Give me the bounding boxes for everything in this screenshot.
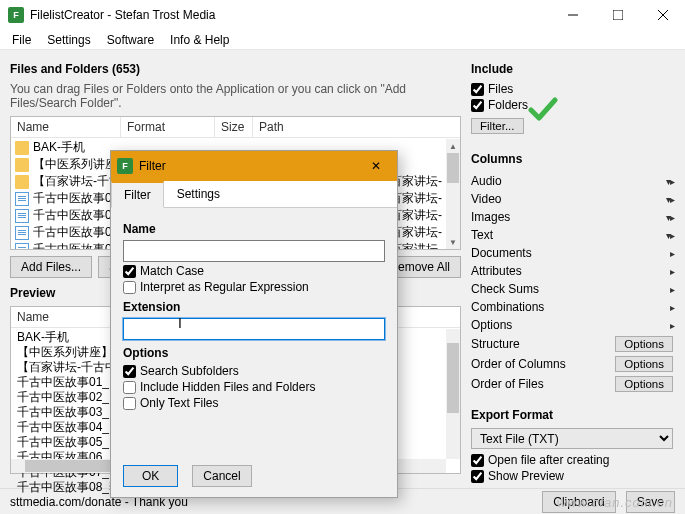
- remove-all-button[interactable]: emove All: [387, 256, 461, 278]
- files-hint: You can drag Files or Folders onto the A…: [10, 82, 461, 110]
- add-files-button[interactable]: Add Files...: [10, 256, 92, 278]
- col-path[interactable]: Path: [253, 117, 460, 137]
- titlebar: F FilelistCreator - Stefan Trost Media: [0, 0, 685, 30]
- preview-scrollbar-v[interactable]: [446, 329, 460, 459]
- doc-icon: [15, 209, 29, 223]
- column-item[interactable]: Documents▸: [471, 244, 673, 262]
- open-after-checkbox[interactable]: [471, 454, 484, 467]
- column-item[interactable]: Combinations▸: [471, 298, 673, 316]
- column-item-label: Audio: [471, 174, 502, 188]
- tab-filter[interactable]: Filter: [111, 181, 164, 208]
- file-path: 百家讲坛-: [390, 173, 446, 190]
- close-button[interactable]: [640, 0, 685, 30]
- expand-icon: ▸: [670, 302, 673, 313]
- name-input[interactable]: [123, 240, 385, 262]
- menu-software[interactable]: Software: [101, 31, 160, 49]
- column-item-label: Check Sums: [471, 282, 539, 296]
- expand-icon: ▸: [670, 284, 673, 295]
- export-heading: Export Format: [471, 408, 673, 422]
- column-item-label: Combinations: [471, 300, 544, 314]
- column-item[interactable]: Audio▾ ▸: [471, 172, 673, 190]
- file-path: 百家讲坛-: [390, 207, 446, 224]
- filter-button[interactable]: Filter...: [471, 118, 524, 134]
- clipboard-button[interactable]: Clipboard: [542, 491, 615, 513]
- include-hidden-checkbox[interactable]: [123, 381, 136, 394]
- order-files-label: Order of Files: [471, 377, 544, 391]
- window-title: FilelistCreator - Stefan Trost Media: [30, 8, 550, 22]
- show-preview-checkbox[interactable]: [471, 470, 484, 483]
- only-text-checkbox[interactable]: [123, 397, 136, 410]
- file-path: 百家讲坛-: [390, 224, 446, 241]
- options-label: Options: [123, 346, 385, 360]
- column-item[interactable]: Text▾ ▸: [471, 226, 673, 244]
- column-item[interactable]: Video▾ ▸: [471, 190, 673, 208]
- only-text-label: Only Text Files: [140, 396, 218, 410]
- include-folders-label: Folders: [488, 98, 528, 112]
- col-size[interactable]: Size: [215, 117, 253, 137]
- tab-settings[interactable]: Settings: [164, 181, 233, 207]
- menu-file[interactable]: File: [6, 31, 37, 49]
- order-columns-options-button[interactable]: Options: [615, 356, 673, 372]
- minimize-button[interactable]: [550, 0, 595, 30]
- menubar: File Settings Software Info & Help: [0, 30, 685, 50]
- show-preview-label: Show Preview: [488, 469, 564, 483]
- folder-icon: [15, 175, 29, 189]
- expand-icon: ▸: [670, 266, 673, 277]
- expand-icon: ▾ ▸: [666, 194, 673, 205]
- regex-checkbox[interactable]: [123, 281, 136, 294]
- col-format[interactable]: Format: [121, 117, 215, 137]
- expand-icon: ▸: [670, 248, 673, 259]
- dialog-close-button[interactable]: ✕: [361, 159, 391, 173]
- search-subfolders-label: Search Subfolders: [140, 364, 239, 378]
- column-item[interactable]: Attributes▸: [471, 262, 673, 280]
- extension-input[interactable]: [123, 318, 385, 340]
- filelist-scrollbar[interactable]: ▲ ▼: [446, 139, 460, 249]
- expand-icon: ▾ ▸: [666, 230, 673, 241]
- include-hidden-label: Include Hidden Files and Folders: [140, 380, 315, 394]
- doc-icon: [15, 192, 29, 206]
- column-item-label: Images: [471, 210, 510, 224]
- include-files-checkbox[interactable]: [471, 83, 484, 96]
- column-item[interactable]: Options▸: [471, 316, 673, 334]
- name-label: Name: [123, 222, 385, 236]
- column-item-label: Video: [471, 192, 501, 206]
- expand-icon: ▾ ▸: [666, 176, 673, 187]
- regex-label: Interpret as Regular Expression: [140, 280, 309, 294]
- maximize-button[interactable]: [595, 0, 640, 30]
- ok-button[interactable]: OK: [123, 465, 178, 487]
- order-columns-label: Order of Columns: [471, 357, 566, 371]
- checkmark-annotation-icon: [528, 96, 558, 125]
- text-cursor-icon: I: [178, 315, 182, 331]
- open-after-label: Open file after creating: [488, 453, 609, 467]
- structure-label: Structure: [471, 337, 520, 351]
- structure-options-button[interactable]: Options: [615, 336, 673, 352]
- export-format-select[interactable]: Text File (TXT): [471, 428, 673, 449]
- folder-icon: [15, 158, 29, 172]
- col-name[interactable]: Name: [11, 117, 121, 137]
- dialog-title: Filter: [139, 159, 361, 173]
- match-case-checkbox[interactable]: [123, 265, 136, 278]
- dialog-icon: F: [117, 158, 133, 174]
- column-item-label: Options: [471, 318, 512, 332]
- cancel-button[interactable]: Cancel: [192, 465, 251, 487]
- column-item-label: Attributes: [471, 264, 522, 278]
- filter-dialog: F Filter ✕ Filter Settings Name Match Ca…: [110, 150, 398, 498]
- save-button[interactable]: Save: [626, 491, 675, 513]
- match-case-label: Match Case: [140, 264, 204, 278]
- column-item-label: Text: [471, 228, 493, 242]
- column-item[interactable]: Images▾ ▸: [471, 208, 673, 226]
- include-files-label: Files: [488, 82, 513, 96]
- search-subfolders-checkbox[interactable]: [123, 365, 136, 378]
- include-folders-checkbox[interactable]: [471, 99, 484, 112]
- column-item[interactable]: Check Sums▸: [471, 280, 673, 298]
- columns-heading: Columns: [471, 152, 673, 166]
- files-heading: Files and Folders (653): [10, 62, 461, 76]
- folder-icon: [15, 141, 29, 155]
- order-files-options-button[interactable]: Options: [615, 376, 673, 392]
- menu-settings[interactable]: Settings: [41, 31, 96, 49]
- menu-info[interactable]: Info & Help: [164, 31, 235, 49]
- expand-icon: ▸: [670, 320, 673, 331]
- file-path: 百家讲坛-: [390, 190, 446, 207]
- app-icon: F: [8, 7, 24, 23]
- include-heading: Include: [471, 62, 673, 76]
